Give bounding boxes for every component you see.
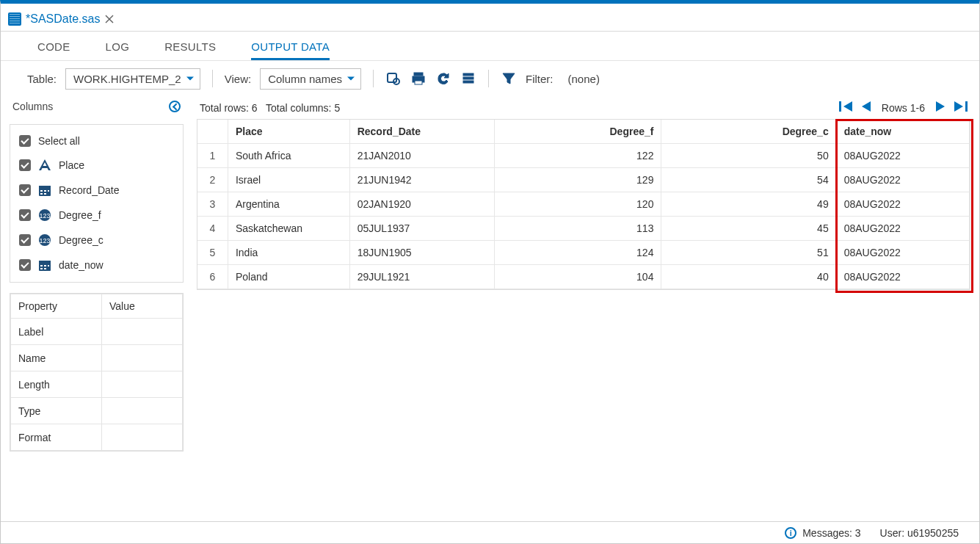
table-row[interactable]: 3Argentina02JAN19201204908AUG2022 xyxy=(197,192,970,217)
data-grid[interactable]: Place Record_Date Degree_f Degree_c date… xyxy=(197,119,970,290)
messages-count[interactable]: Messages: 3 xyxy=(802,527,860,539)
cell-place[interactable]: South Africa xyxy=(228,144,349,168)
col-degree-c[interactable]: Degree_c xyxy=(661,120,836,144)
cell-record-date[interactable]: 29JUL1921 xyxy=(349,265,494,289)
prev-page-icon[interactable] xyxy=(860,101,873,115)
col-place[interactable]: Place xyxy=(228,120,349,144)
column-item-degree_f[interactable]: 123Degree_f xyxy=(10,203,183,228)
col-degree-f[interactable]: Degree_f xyxy=(494,120,661,144)
cell-date-now[interactable]: 08AUG2022 xyxy=(836,144,969,168)
svg-rect-22 xyxy=(39,261,51,264)
calendar-icon xyxy=(38,184,51,197)
file-tab[interactable]: *SASDate.sas xyxy=(8,12,100,26)
next-page-icon[interactable] xyxy=(934,101,947,115)
tab-output-data[interactable]: OUTPUT DATA xyxy=(251,40,330,60)
cell-degree-f[interactable]: 129 xyxy=(494,168,661,192)
collapse-icon[interactable] xyxy=(169,101,181,112)
filter-label: Filter: xyxy=(526,73,553,85)
view-select[interactable]: Column names xyxy=(260,68,361,90)
cell-degree-f[interactable]: 120 xyxy=(494,192,661,217)
cell-degree-f[interactable]: 113 xyxy=(494,217,661,241)
svg-rect-24 xyxy=(44,265,46,266)
cell-date-now[interactable]: 08AUG2022 xyxy=(836,168,969,192)
character-icon xyxy=(38,159,51,172)
cell-place[interactable]: Poland xyxy=(228,265,349,289)
cell-degree-f[interactable]: 122 xyxy=(494,144,661,168)
tab-log[interactable]: LOG xyxy=(106,40,130,60)
rownum-header xyxy=(197,120,228,144)
svg-rect-26 xyxy=(44,268,46,269)
user-id: User: u61950255 xyxy=(880,527,959,539)
view-label: View: xyxy=(225,73,251,85)
column-item-degree_c[interactable]: 123Degree_c xyxy=(10,228,183,253)
checkbox-icon[interactable] xyxy=(19,159,31,171)
cell-degree-f[interactable]: 124 xyxy=(494,241,661,265)
cell-record-date[interactable]: 05JUL1937 xyxy=(349,217,494,241)
prop-type: Type xyxy=(11,398,102,424)
cell-record-date[interactable]: 02JAN1920 xyxy=(349,192,494,217)
columns-header: Columns xyxy=(10,101,184,114)
rows-range: Rows 1-6 xyxy=(882,102,925,114)
cell-degree-c[interactable]: 51 xyxy=(661,241,836,265)
checkbox-icon[interactable] xyxy=(19,135,31,147)
checkbox-icon[interactable] xyxy=(19,184,31,196)
cell-degree-c[interactable]: 40 xyxy=(661,265,836,289)
svg-rect-2 xyxy=(388,73,396,82)
checkbox-icon[interactable] xyxy=(19,259,31,271)
table-select[interactable]: WORK.HIGHTEMP_2 xyxy=(65,68,200,90)
select-all-row[interactable]: Select all xyxy=(10,129,183,153)
info-icon[interactable]: i xyxy=(785,527,796,539)
table-row[interactable]: 6Poland29JUL19211044008AUG2022 xyxy=(197,265,970,289)
cell-date-now[interactable]: 08AUG2022 xyxy=(836,241,969,265)
cell-degree-c[interactable]: 54 xyxy=(661,168,836,192)
property-header: Property xyxy=(11,294,102,319)
svg-rect-4 xyxy=(414,73,423,76)
cell-record-date[interactable]: 21JUN1942 xyxy=(349,168,494,192)
sidebar: Columns Select all PlaceRecord_Date123De… xyxy=(10,101,184,520)
last-page-icon[interactable] xyxy=(954,101,968,115)
first-page-icon[interactable] xyxy=(839,101,852,115)
svg-text:123: 123 xyxy=(39,212,50,220)
column-item-date_now[interactable]: date_now xyxy=(10,253,183,278)
tab-code[interactable]: CODE xyxy=(37,40,70,60)
close-icon[interactable] xyxy=(104,14,115,24)
cell-degree-c[interactable]: 50 xyxy=(661,144,836,168)
svg-rect-15 xyxy=(44,193,46,195)
cell-record-date[interactable]: 21JAN2010 xyxy=(349,144,494,168)
cell-date-now[interactable]: 08AUG2022 xyxy=(836,265,969,289)
col-date-now[interactable]: date_now xyxy=(836,120,969,144)
checkbox-icon[interactable] xyxy=(19,234,31,246)
separator xyxy=(212,70,213,87)
cell-degree-c[interactable]: 45 xyxy=(661,217,836,241)
table-row[interactable]: 4Saskatchewan05JUL19371134508AUG2022 xyxy=(197,217,970,241)
cell-place[interactable]: India xyxy=(228,241,349,265)
column-name: Degree_f xyxy=(59,209,101,221)
workarea: Columns Select all PlaceRecord_Date123De… xyxy=(10,101,970,520)
cell-record-date[interactable]: 18JUN1905 xyxy=(349,241,494,265)
column-name: Place xyxy=(59,159,84,171)
checkbox-icon[interactable] xyxy=(19,209,31,221)
cell-place[interactable]: Argentina xyxy=(228,192,349,217)
col-record-date[interactable]: Record_Date xyxy=(349,120,494,144)
cell-date-now[interactable]: 08AUG2022 xyxy=(836,217,969,241)
properties-icon[interactable] xyxy=(460,70,476,87)
sas-file-icon xyxy=(8,12,21,26)
svg-rect-28 xyxy=(839,101,841,112)
column-item-record_date[interactable]: Record_Date xyxy=(10,178,183,203)
row-number: 5 xyxy=(197,241,228,265)
table-row[interactable]: 1South Africa21JAN20101225008AUG2022 xyxy=(197,144,970,168)
print-icon[interactable] xyxy=(410,70,427,87)
cell-degree-f[interactable]: 104 xyxy=(494,265,661,289)
cell-place[interactable]: Saskatchewan xyxy=(228,217,349,241)
refresh-icon[interactable] xyxy=(435,70,451,87)
cell-date-now[interactable]: 08AUG2022 xyxy=(836,192,969,217)
table-row[interactable]: 5India18JUN19051245108AUG2022 xyxy=(197,241,970,265)
svg-rect-6 xyxy=(415,81,422,84)
cell-degree-c[interactable]: 49 xyxy=(661,192,836,217)
cell-place[interactable]: Israel xyxy=(228,168,349,192)
filter-icon[interactable] xyxy=(501,70,517,87)
query-builder-icon[interactable] xyxy=(385,70,402,87)
column-item-place[interactable]: Place xyxy=(10,153,183,178)
table-row[interactable]: 2Israel21JUN19421295408AUG2022 xyxy=(197,168,970,192)
tab-results[interactable]: RESULTS xyxy=(164,40,216,60)
